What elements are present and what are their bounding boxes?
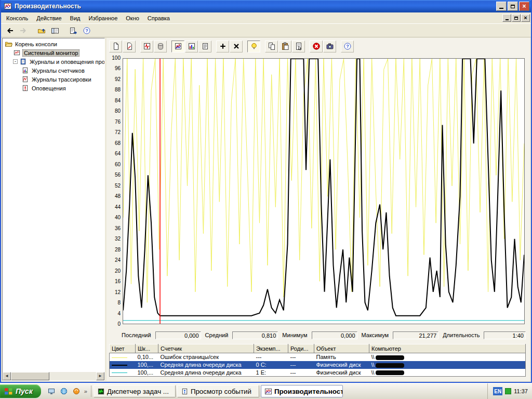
- quick-launch-overflow-chevron[interactable]: »: [83, 388, 88, 394]
- view-log-data-button[interactable]: [154, 41, 167, 52]
- scroll-track[interactable]: [11, 372, 96, 380]
- paste-counter-list-button[interactable]: [278, 41, 291, 52]
- stat-value: 0,000: [155, 331, 201, 339]
- tree-item-trace-logs[interactable]: Журналы трассировки: [4, 75, 104, 84]
- view-graph-button[interactable]: [171, 41, 184, 52]
- export-list-button[interactable]: [66, 24, 79, 36]
- update-data-button[interactable]: [323, 41, 336, 52]
- expander-icon[interactable]: -: [13, 59, 18, 64]
- tray-status-icon[interactable]: [505, 388, 511, 394]
- forward-button[interactable]: [17, 24, 30, 36]
- y-axis-tick: 8: [117, 300, 121, 305]
- legend-column-header[interactable]: Объект: [314, 344, 369, 353]
- quick-launch-browser[interactable]: [58, 385, 70, 397]
- legend-column-header[interactable]: Шк...: [136, 344, 158, 353]
- legend-cell-instance: 0 C:: [254, 361, 288, 369]
- legend-column-header[interactable]: Экземп...: [254, 344, 288, 353]
- freeze-display-button[interactable]: [310, 41, 323, 52]
- scroll-right-button[interactable]: ►: [96, 372, 104, 380]
- menu-item[interactable]: Вид: [66, 14, 85, 23]
- tree-item-counter-logs[interactable]: Журналы счетчиков: [4, 66, 104, 75]
- legend-row[interactable]: 0,10...Ошибок страницы/сек------Память\\: [110, 353, 526, 361]
- stat-value: 0,000: [312, 331, 357, 339]
- highlight-button[interactable]: [247, 41, 260, 52]
- task-button-label: Производительность: [274, 388, 343, 395]
- legend-row[interactable]: 100,...Средняя длина очереди диска0 C:--…: [110, 361, 526, 369]
- system-monitor-pane: 1009692888480767268646056524844403632282…: [107, 38, 530, 381]
- tree-item-console-root[interactable]: Корень консоли: [4, 39, 104, 48]
- chart-plot-svg: [123, 59, 524, 324]
- up-level-button[interactable]: [35, 24, 48, 36]
- legend-row[interactable]: 100,...Средняя длина очереди диска1 E:--…: [110, 369, 526, 377]
- legend-column-header[interactable]: Компьютер: [369, 344, 526, 353]
- legend-cell-counter: Средняя длина очереди диска: [158, 369, 254, 377]
- tree-horizontal-scrollbar[interactable]: ◄ ►: [3, 372, 104, 380]
- quick-launch: »: [43, 385, 91, 397]
- system-tray: EN 11:37: [487, 383, 532, 399]
- report-icon: [201, 42, 209, 50]
- menu-item[interactable]: Справка: [143, 14, 174, 23]
- y-axis-tick: 56: [115, 172, 121, 178]
- help-button[interactable]: [80, 24, 93, 36]
- copy-properties-button[interactable]: [265, 41, 278, 52]
- menu-item[interactable]: Консоль: [2, 14, 32, 23]
- minimize-button[interactable]: [496, 2, 507, 11]
- view-histogram-button[interactable]: [185, 41, 198, 52]
- language-indicator[interactable]: EN: [493, 387, 502, 395]
- windows-flag-icon: [4, 387, 13, 396]
- stat-label: Длительность: [443, 332, 480, 338]
- properties-button[interactable]: [292, 41, 305, 52]
- chart-plot: [123, 58, 525, 324]
- redacted-computer-name: [376, 355, 404, 360]
- legend-column-header[interactable]: Роди...: [288, 344, 314, 353]
- new-counter-set-button[interactable]: [109, 41, 122, 52]
- tree-item-label: Журналы трассировки: [31, 76, 92, 83]
- menu-item[interactable]: Избранное: [85, 14, 122, 23]
- y-axis-tick: 72: [115, 130, 121, 135]
- camera-icon: [326, 42, 334, 50]
- mdi-minimize-button[interactable]: [502, 14, 511, 22]
- start-label: Пуск: [16, 387, 33, 395]
- task-button-performance[interactable]: Производительность: [261, 385, 343, 397]
- menu-item[interactable]: Окно: [122, 14, 143, 23]
- help-graph-button[interactable]: [341, 41, 354, 52]
- y-axis-tick: 84: [115, 98, 121, 103]
- mdi-restore-button[interactable]: [512, 14, 521, 22]
- mdi-window-controls: ×: [502, 14, 530, 22]
- chart-area: 1009692888480767268646056524844403632282…: [109, 54, 526, 329]
- show-tree-button[interactable]: [48, 24, 61, 36]
- start-button[interactable]: Пуск: [0, 384, 41, 398]
- y-axis-tick: 28: [115, 247, 121, 252]
- quick-launch-show-desktop[interactable]: [46, 385, 57, 397]
- tree-item-performance-logs[interactable]: -Журналы и оповещения производительности: [4, 57, 104, 66]
- paste-icon: [281, 42, 289, 50]
- y-axis-tick: 76: [115, 119, 121, 125]
- task-button-event-viewer[interactable]: Просмотр событий: [177, 385, 259, 397]
- legend-column-header[interactable]: Счетчик: [158, 344, 254, 353]
- mdi-close-button[interactable]: ×: [521, 14, 530, 22]
- add-counter-button[interactable]: [216, 41, 229, 52]
- scroll-thumb[interactable]: [11, 372, 49, 380]
- scroll-left-button[interactable]: ◄: [3, 372, 11, 380]
- folder-open-icon: [5, 40, 12, 48]
- task-button-task-manager[interactable]: Диспетчер задач ...: [94, 385, 176, 397]
- menu-item[interactable]: Действие: [32, 14, 65, 23]
- quick-launch-app[interactable]: [71, 385, 82, 397]
- page-clear-icon: [125, 42, 134, 50]
- tree-item-alerts[interactable]: Оповещения: [4, 84, 104, 92]
- clear-display-button[interactable]: [123, 41, 136, 52]
- stat-value: 0,810: [232, 331, 278, 339]
- showtree-icon: [51, 26, 59, 35]
- cylinder-icon: [156, 42, 165, 50]
- screen: Производительность × КонсольДействиеВидИ…: [0, 0, 532, 399]
- props-icon: [295, 42, 303, 50]
- maximize-button[interactable]: [508, 2, 518, 11]
- tree-item-system-monitor[interactable]: Системный монитор: [4, 48, 104, 57]
- legend-cell-instance: 1 E:: [254, 369, 288, 377]
- close-button[interactable]: ×: [519, 2, 529, 11]
- back-button[interactable]: [3, 24, 16, 36]
- legend-column-header[interactable]: Цвет: [110, 344, 136, 353]
- view-current-activity-button[interactable]: [140, 41, 153, 52]
- delete-counter-button[interactable]: [230, 41, 243, 52]
- view-report-button[interactable]: [198, 41, 211, 52]
